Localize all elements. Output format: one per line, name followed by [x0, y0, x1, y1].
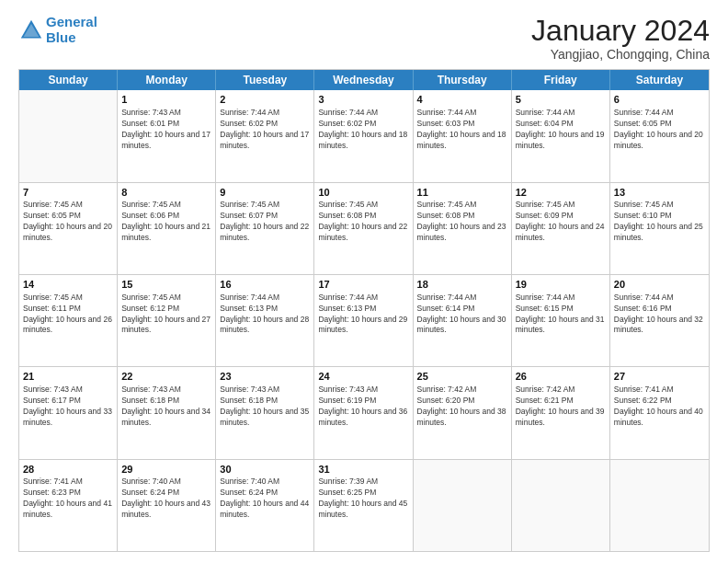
cal-cell: 24Sunrise: 7:43 AM Sunset: 6:19 PM Dayli… — [314, 367, 413, 458]
cal-cell: 25Sunrise: 7:42 AM Sunset: 6:20 PM Dayli… — [414, 367, 512, 458]
week-row-3: 14Sunrise: 7:45 AM Sunset: 6:11 PM Dayli… — [19, 274, 709, 366]
day-number: 12 — [516, 186, 606, 200]
day-number: 2 — [220, 93, 310, 107]
day-info: Sunrise: 7:43 AM Sunset: 6:19 PM Dayligh… — [318, 385, 408, 429]
day-number: 9 — [220, 186, 310, 200]
day-number: 24 — [318, 370, 408, 384]
day-info: Sunrise: 7:40 AM Sunset: 6:24 PM Dayligh… — [220, 477, 310, 521]
day-info: Sunrise: 7:45 AM Sunset: 6:11 PM Dayligh… — [23, 293, 113, 337]
day-info: Sunrise: 7:40 AM Sunset: 6:24 PM Dayligh… — [121, 477, 211, 521]
day-number: 31 — [318, 463, 408, 477]
week-row-2: 7Sunrise: 7:45 AM Sunset: 6:05 PM Daylig… — [19, 182, 709, 274]
day-number: 10 — [318, 186, 408, 200]
day-number: 14 — [23, 278, 113, 292]
day-info: Sunrise: 7:44 AM Sunset: 6:04 PM Dayligh… — [516, 108, 606, 152]
col-header-sunday: Sunday — [19, 70, 118, 90]
cal-cell: 8Sunrise: 7:45 AM Sunset: 6:06 PM Daylig… — [118, 183, 216, 274]
cal-cell: 4Sunrise: 7:44 AM Sunset: 6:03 PM Daylig… — [414, 90, 512, 181]
main-title: January 2024 — [531, 15, 710, 47]
calendar-body: 1Sunrise: 7:43 AM Sunset: 6:01 PM Daylig… — [19, 90, 709, 551]
day-info: Sunrise: 7:44 AM Sunset: 6:13 PM Dayligh… — [220, 293, 310, 337]
day-info: Sunrise: 7:42 AM Sunset: 6:20 PM Dayligh… — [417, 385, 507, 429]
cal-cell: 14Sunrise: 7:45 AM Sunset: 6:11 PM Dayli… — [19, 275, 118, 366]
cal-cell — [610, 460, 709, 551]
cal-cell: 5Sunrise: 7:44 AM Sunset: 6:04 PM Daylig… — [512, 90, 610, 181]
day-info: Sunrise: 7:43 AM Sunset: 6:18 PM Dayligh… — [220, 385, 310, 429]
cal-cell: 3Sunrise: 7:44 AM Sunset: 6:02 PM Daylig… — [314, 90, 413, 181]
day-number: 21 — [23, 370, 113, 384]
col-header-tuesday: Tuesday — [216, 70, 314, 90]
week-row-5: 28Sunrise: 7:41 AM Sunset: 6:23 PM Dayli… — [19, 459, 709, 551]
day-info: Sunrise: 7:45 AM Sunset: 6:12 PM Dayligh… — [121, 293, 211, 337]
cal-cell — [19, 90, 118, 181]
day-number: 23 — [220, 370, 310, 384]
col-header-thursday: Thursday — [414, 70, 512, 90]
day-info: Sunrise: 7:45 AM Sunset: 6:06 PM Dayligh… — [121, 200, 211, 244]
cal-cell: 1Sunrise: 7:43 AM Sunset: 6:01 PM Daylig… — [118, 90, 216, 181]
day-number: 30 — [220, 463, 310, 477]
cal-cell — [512, 460, 610, 551]
day-info: Sunrise: 7:45 AM Sunset: 6:09 PM Dayligh… — [516, 200, 606, 244]
cal-cell: 10Sunrise: 7:45 AM Sunset: 6:08 PM Dayli… — [314, 183, 413, 274]
day-number: 11 — [417, 186, 507, 200]
cal-cell: 31Sunrise: 7:39 AM Sunset: 6:25 PM Dayli… — [314, 460, 413, 551]
col-header-wednesday: Wednesday — [314, 70, 413, 90]
day-number: 8 — [121, 186, 211, 200]
cal-cell: 16Sunrise: 7:44 AM Sunset: 6:13 PM Dayli… — [216, 275, 314, 366]
day-number: 3 — [318, 93, 408, 107]
cal-cell: 29Sunrise: 7:40 AM Sunset: 6:24 PM Dayli… — [118, 460, 216, 551]
cal-cell: 11Sunrise: 7:45 AM Sunset: 6:08 PM Dayli… — [414, 183, 512, 274]
day-info: Sunrise: 7:43 AM Sunset: 6:01 PM Dayligh… — [121, 108, 211, 152]
cal-cell: 28Sunrise: 7:41 AM Sunset: 6:23 PM Dayli… — [19, 460, 118, 551]
day-number: 22 — [121, 370, 211, 384]
page: General Blue January 2024 Yangjiao, Chon… — [0, 0, 728, 563]
day-info: Sunrise: 7:45 AM Sunset: 6:08 PM Dayligh… — [318, 200, 408, 244]
day-info: Sunrise: 7:41 AM Sunset: 6:22 PM Dayligh… — [614, 385, 705, 429]
logo-line2: Blue — [46, 29, 76, 45]
day-number: 5 — [516, 93, 606, 107]
day-number: 27 — [614, 370, 705, 384]
subtitle: Yangjiao, Chongqing, China — [531, 47, 710, 62]
day-info: Sunrise: 7:44 AM Sunset: 6:02 PM Dayligh… — [318, 108, 408, 152]
day-info: Sunrise: 7:44 AM Sunset: 6:16 PM Dayligh… — [614, 293, 705, 337]
col-header-saturday: Saturday — [610, 70, 709, 90]
header: General Blue January 2024 Yangjiao, Chon… — [18, 15, 710, 62]
cal-cell: 22Sunrise: 7:43 AM Sunset: 6:18 PM Dayli… — [118, 367, 216, 458]
cal-cell: 30Sunrise: 7:40 AM Sunset: 6:24 PM Dayli… — [216, 460, 314, 551]
day-info: Sunrise: 7:43 AM Sunset: 6:17 PM Dayligh… — [23, 385, 113, 429]
day-info: Sunrise: 7:41 AM Sunset: 6:23 PM Dayligh… — [23, 477, 113, 521]
cal-cell: 26Sunrise: 7:42 AM Sunset: 6:21 PM Dayli… — [512, 367, 610, 458]
day-number: 1 — [121, 93, 211, 107]
day-info: Sunrise: 7:39 AM Sunset: 6:25 PM Dayligh… — [318, 477, 408, 521]
day-number: 17 — [318, 278, 408, 292]
cal-cell: 27Sunrise: 7:41 AM Sunset: 6:22 PM Dayli… — [610, 367, 709, 458]
col-header-monday: Monday — [118, 70, 216, 90]
cal-cell — [414, 460, 512, 551]
calendar-header: SundayMondayTuesdayWednesdayThursdayFrid… — [19, 70, 709, 90]
cal-cell: 18Sunrise: 7:44 AM Sunset: 6:14 PM Dayli… — [414, 275, 512, 366]
day-number: 13 — [614, 186, 705, 200]
logo: General Blue — [18, 15, 97, 45]
day-number: 26 — [516, 370, 606, 384]
cal-cell: 2Sunrise: 7:44 AM Sunset: 6:02 PM Daylig… — [216, 90, 314, 181]
day-number: 28 — [23, 463, 113, 477]
day-info: Sunrise: 7:45 AM Sunset: 6:05 PM Dayligh… — [23, 200, 113, 244]
day-info: Sunrise: 7:44 AM Sunset: 6:15 PM Dayligh… — [516, 293, 606, 337]
day-info: Sunrise: 7:44 AM Sunset: 6:05 PM Dayligh… — [614, 108, 705, 152]
day-number: 29 — [121, 463, 211, 477]
cal-cell: 20Sunrise: 7:44 AM Sunset: 6:16 PM Dayli… — [610, 275, 709, 366]
day-info: Sunrise: 7:42 AM Sunset: 6:21 PM Dayligh… — [516, 385, 606, 429]
cal-cell: 17Sunrise: 7:44 AM Sunset: 6:13 PM Dayli… — [314, 275, 413, 366]
day-info: Sunrise: 7:44 AM Sunset: 6:02 PM Dayligh… — [220, 108, 310, 152]
cal-cell: 9Sunrise: 7:45 AM Sunset: 6:07 PM Daylig… — [216, 183, 314, 274]
day-info: Sunrise: 7:45 AM Sunset: 6:07 PM Dayligh… — [220, 200, 310, 244]
logo-icon — [18, 17, 44, 43]
cal-cell: 7Sunrise: 7:45 AM Sunset: 6:05 PM Daylig… — [19, 183, 118, 274]
week-row-4: 21Sunrise: 7:43 AM Sunset: 6:17 PM Dayli… — [19, 366, 709, 458]
day-info: Sunrise: 7:45 AM Sunset: 6:10 PM Dayligh… — [614, 200, 705, 244]
day-number: 20 — [614, 278, 705, 292]
title-block: January 2024 Yangjiao, Chongqing, China — [531, 15, 710, 62]
day-number: 25 — [417, 370, 507, 384]
logo-line1: General — [46, 14, 97, 29]
cal-cell: 6Sunrise: 7:44 AM Sunset: 6:05 PM Daylig… — [610, 90, 709, 181]
